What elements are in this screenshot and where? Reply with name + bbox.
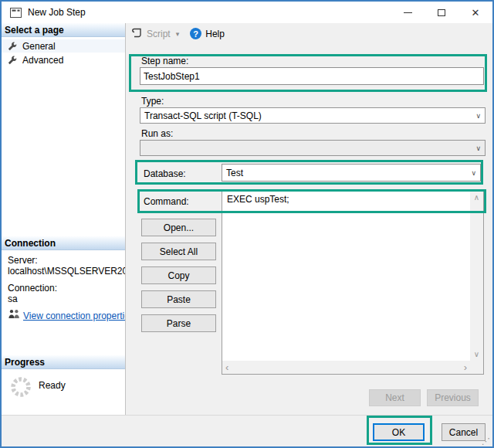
- type-selected-value: Transact-SQL script (T-SQL): [144, 110, 262, 121]
- server-value: localhost\MSSQLSERVER2017: [8, 266, 138, 277]
- script-label: Script: [147, 29, 171, 39]
- step-name-label: Step name:: [141, 56, 188, 66]
- resize-grip[interactable]: ⋰: [482, 437, 490, 446]
- parse-button[interactable]: Parse: [141, 314, 216, 332]
- footer-bar: OK Cancel ⋰: [2, 415, 492, 446]
- select-a-page-header: Select a page: [2, 23, 125, 37]
- command-text[interactable]: EXEC uspTest;: [222, 192, 470, 361]
- scroll-left-icon[interactable]: ‹: [225, 361, 228, 372]
- chevron-down-icon: ∨: [471, 168, 476, 176]
- help-button[interactable]: ? Help: [190, 28, 225, 39]
- scrollbar-corner: [470, 361, 483, 374]
- script-dropdown-icon[interactable]: ▾: [176, 30, 180, 38]
- previous-button[interactable]: Previous: [427, 389, 479, 406]
- script-icon: [130, 27, 143, 41]
- run-as-select[interactable]: ∨: [140, 140, 486, 156]
- cancel-button[interactable]: Cancel: [442, 423, 486, 441]
- database-label: Database:: [144, 168, 186, 179]
- minimize-button[interactable]: [391, 2, 425, 23]
- minimize-icon: [404, 12, 412, 13]
- progress-status: Ready: [39, 380, 66, 391]
- connection-properties-icon: [8, 309, 20, 321]
- command-vertical-scrollbar[interactable]: ∧ ∨: [470, 192, 483, 361]
- command-label: Command:: [144, 196, 189, 207]
- new-job-step-dialog: New Job Step ✕ Select a page General Adv…: [0, 0, 494, 448]
- maximize-icon: [438, 9, 445, 16]
- open-button[interactable]: Open...: [141, 219, 216, 236]
- wrench-icon: [8, 56, 17, 65]
- command-horizontal-scrollbar[interactable]: ‹ ›: [222, 361, 470, 374]
- close-icon: ✕: [472, 8, 480, 18]
- scroll-up-icon[interactable]: ∧: [474, 194, 479, 202]
- database-select[interactable]: Test ∨: [222, 164, 481, 182]
- sidebar-item-general[interactable]: General: [2, 39, 125, 53]
- command-editor[interactable]: EXEC uspTest; ∧ ∨ ‹ ›: [222, 191, 484, 375]
- wrench-icon: [8, 42, 17, 51]
- script-button[interactable]: Script ▾: [130, 27, 179, 41]
- close-button[interactable]: ✕: [458, 2, 492, 23]
- progress-spinner-icon: [9, 375, 32, 401]
- ok-button[interactable]: OK: [373, 423, 425, 441]
- copy-button[interactable]: Copy: [141, 266, 216, 284]
- progress-header: Progress: [2, 355, 125, 369]
- sidebar-item-advanced[interactable]: Advanced: [2, 53, 125, 66]
- chevron-down-icon: ∨: [475, 111, 481, 119]
- chevron-down-icon: ∨: [475, 144, 481, 151]
- connection-value: sa: [8, 294, 18, 304]
- run-as-label: Run as:: [141, 128, 173, 139]
- type-select[interactable]: Transact-SQL script (T-SQL) ∨: [140, 107, 486, 124]
- help-icon: ?: [190, 28, 201, 39]
- window-title: New Job Step: [28, 7, 86, 18]
- help-label: Help: [205, 29, 225, 39]
- paste-button[interactable]: Paste: [141, 290, 216, 308]
- dialog-window-icon: [10, 8, 22, 18]
- database-selected-value: Test: [226, 168, 243, 178]
- connection-label: Connection:: [8, 283, 57, 294]
- sidebar: Select a page General Advanced Connectio…: [2, 23, 125, 415]
- scroll-down-icon[interactable]: ∨: [474, 351, 479, 358]
- select-all-button[interactable]: Select All: [141, 243, 216, 260]
- server-label: Server:: [8, 255, 38, 266]
- title-bar: New Job Step ✕: [2, 2, 492, 23]
- sidebar-item-label: Advanced: [22, 55, 63, 66]
- window-controls: ✕: [391, 2, 492, 23]
- connection-header: Connection: [2, 236, 125, 250]
- main-panel: Script ▾ ? Help Step name: Type: Transac…: [126, 23, 492, 415]
- view-connection-properties-link[interactable]: View connection properties: [23, 311, 134, 321]
- type-label: Type:: [141, 96, 164, 107]
- step-name-input[interactable]: [140, 67, 484, 85]
- sidebar-item-label: General: [22, 41, 56, 52]
- scroll-right-icon[interactable]: ›: [464, 361, 467, 372]
- toolbar: Script ▾ ? Help: [126, 23, 492, 44]
- next-button[interactable]: Next: [369, 389, 421, 406]
- maximize-button[interactable]: [425, 2, 458, 23]
